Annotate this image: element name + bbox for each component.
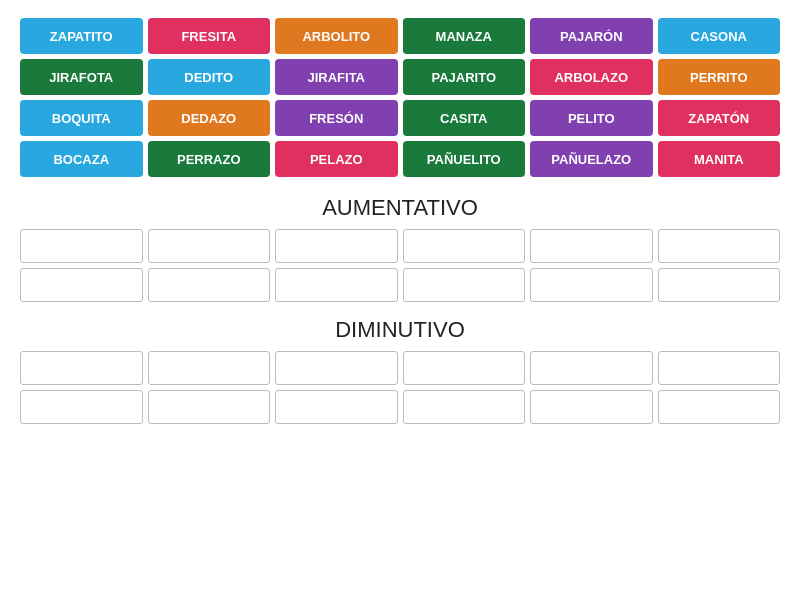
word-tile[interactable]: PAJARITO (403, 59, 526, 95)
diminutivo-section: DIMINUTIVO (20, 317, 780, 429)
tiles-container: ZAPATITOFRESITAARBOLITOMANAZAPAJARÓNCASO… (20, 18, 780, 177)
aumentativo-row2 (20, 268, 780, 302)
drop-cell[interactable] (530, 390, 653, 424)
diminutivo-title: DIMINUTIVO (20, 317, 780, 343)
word-tile[interactable]: PELITO (530, 100, 653, 136)
word-tile[interactable]: PAJARÓN (530, 18, 653, 54)
word-tile[interactable]: JIRAFOTA (20, 59, 143, 95)
word-tile[interactable]: BOCAZA (20, 141, 143, 177)
word-tile[interactable]: PAÑUELITO (403, 141, 526, 177)
drop-cell[interactable] (530, 351, 653, 385)
word-tile[interactable]: FRESÓN (275, 100, 398, 136)
diminutivo-row1 (20, 351, 780, 385)
word-tile[interactable]: JIRAFITA (275, 59, 398, 95)
word-tile[interactable]: PELAZO (275, 141, 398, 177)
diminutivo-row2 (20, 390, 780, 424)
drop-cell[interactable] (20, 229, 143, 263)
drop-cell[interactable] (658, 268, 781, 302)
drop-cell[interactable] (275, 390, 398, 424)
drop-cell[interactable] (658, 229, 781, 263)
drop-cell[interactable] (148, 229, 271, 263)
word-tile[interactable]: FRESITA (148, 18, 271, 54)
drop-cell[interactable] (403, 351, 526, 385)
aumentativo-title: AUMENTATIVO (20, 195, 780, 221)
word-tile[interactable]: BOQUITA (20, 100, 143, 136)
aumentativo-section: AUMENTATIVO (20, 195, 780, 307)
drop-cell[interactable] (148, 268, 271, 302)
drop-cell[interactable] (403, 268, 526, 302)
word-tile[interactable]: MANAZA (403, 18, 526, 54)
word-tile[interactable]: CASITA (403, 100, 526, 136)
word-tile[interactable]: CASONA (658, 18, 781, 54)
drop-cell[interactable] (658, 390, 781, 424)
word-tile[interactable]: MANITA (658, 141, 781, 177)
word-tile[interactable]: ZAPATITO (20, 18, 143, 54)
drop-cell[interactable] (530, 268, 653, 302)
word-tile[interactable]: ARBOLAZO (530, 59, 653, 95)
drop-cell[interactable] (275, 268, 398, 302)
drop-cell[interactable] (148, 390, 271, 424)
drop-cell[interactable] (275, 351, 398, 385)
drop-cell[interactable] (658, 351, 781, 385)
drop-cell[interactable] (530, 229, 653, 263)
drop-cell[interactable] (20, 390, 143, 424)
word-tile[interactable]: ARBOLITO (275, 18, 398, 54)
word-tile[interactable]: ZAPATÓN (658, 100, 781, 136)
word-tile[interactable]: PAÑUELAZO (530, 141, 653, 177)
aumentativo-row1 (20, 229, 780, 263)
word-tile[interactable]: PERRITO (658, 59, 781, 95)
word-tile[interactable]: DEDITO (148, 59, 271, 95)
drop-cell[interactable] (20, 351, 143, 385)
drop-cell[interactable] (148, 351, 271, 385)
drop-cell[interactable] (403, 390, 526, 424)
drop-cell[interactable] (20, 268, 143, 302)
word-tile[interactable]: PERRAZO (148, 141, 271, 177)
drop-cell[interactable] (403, 229, 526, 263)
drop-cell[interactable] (275, 229, 398, 263)
word-tile[interactable]: DEDAZO (148, 100, 271, 136)
